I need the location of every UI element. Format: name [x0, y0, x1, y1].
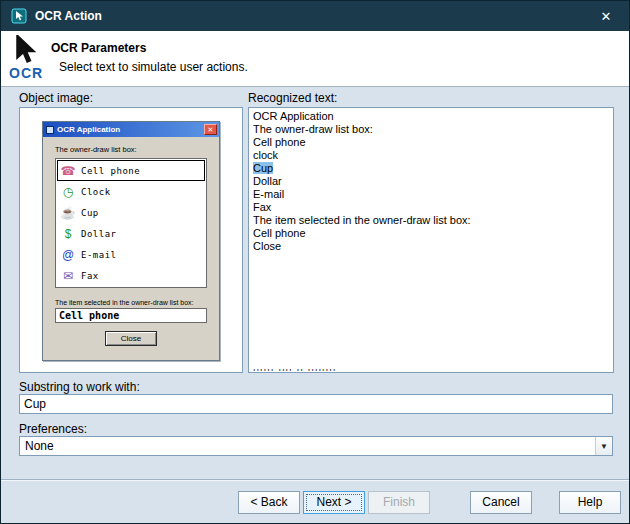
preview-list-label: The owner-draw list box:: [55, 145, 207, 154]
preview-item-label: E-mail: [81, 250, 117, 260]
chevron-down-icon[interactable]: ▼: [595, 437, 612, 455]
email-icon: @: [60, 249, 76, 261]
recognized-text-item[interactable]: Cell phone: [249, 136, 613, 149]
recognized-text-item[interactable]: Cup: [249, 162, 613, 175]
help-button[interactable]: Help: [559, 491, 621, 514]
titlebar: OCR Action ✕: [1, 1, 630, 31]
preview-list-item: $Dollar: [57, 223, 205, 244]
close-icon[interactable]: ✕: [591, 1, 621, 31]
preview-listbox: ☎Cell phone◷Clock☕Cup$Dollar@E-mail✉Fax: [55, 158, 207, 288]
finish-button: Finish: [368, 491, 430, 514]
recognized-text-label: Recognized text:: [248, 91, 337, 105]
preview-body: The owner-draw list box: ☎Cell phone◷Clo…: [43, 137, 219, 360]
preview-close-button: Close: [105, 331, 157, 346]
wizard-body: Object image: Recognized text: OCR Appli…: [1, 87, 630, 479]
fax-icon: ✉: [60, 270, 76, 282]
recognized-text-item[interactable]: The item selected in the owner-draw list…: [249, 214, 613, 227]
substring-label: Substring to work with:: [19, 380, 140, 394]
window-title: OCR Action: [35, 9, 591, 23]
recognized-text-item[interactable]: Cell phone: [249, 227, 613, 240]
ocr-action-dialog: OCR Action ✕ OCR OCR Parameters Select t…: [0, 0, 630, 524]
substring-input[interactable]: [19, 394, 613, 414]
preview-list-item: ✉Fax: [57, 265, 205, 286]
page-subtitle: Select text to simulate user actions.: [59, 60, 248, 74]
back-button[interactable]: < Back: [238, 491, 300, 514]
ocr-logo: OCR: [9, 35, 51, 83]
object-image-label: Object image:: [19, 91, 93, 105]
wizard-footer: < Back Next > Finish Cancel Help: [1, 479, 630, 524]
next-button[interactable]: Next >: [303, 491, 365, 514]
preferences-select[interactable]: None ▼: [19, 436, 613, 456]
preview-item-label: Fax: [81, 271, 99, 281]
recognized-text-item[interactable]: The owner-draw list box:: [249, 123, 613, 136]
recognized-text-item[interactable]: Fax: [249, 201, 613, 214]
preview-list-item: ☕Cup: [57, 202, 205, 223]
wizard-header: OCR OCR Parameters Select text to simula…: [1, 31, 630, 87]
cancel-button[interactable]: Cancel: [470, 491, 532, 514]
preview-app-window: OCR Application ✕ The owner-draw list bo…: [42, 121, 220, 361]
preview-list-item: ☎Cell phone: [57, 160, 205, 181]
preview-item-label: Dollar: [81, 229, 117, 239]
recognized-text-item[interactable]: Dollar: [249, 175, 613, 188]
preview-window-title: OCR Application: [57, 125, 204, 134]
preview-selected-label: The item selected in the owner-draw list…: [55, 299, 207, 306]
recognized-text-item[interactable]: OCR Application: [249, 110, 613, 123]
preferences-selected-value: None: [20, 439, 595, 453]
cup-icon: ☕: [60, 207, 76, 219]
clock-icon: ◷: [60, 186, 76, 198]
recognized-text-item[interactable]: E-mail: [249, 188, 613, 201]
cursor-arrow-icon: [15, 35, 37, 65]
cell-phone-icon: ☎: [60, 165, 76, 177]
preview-item-label: Cell phone: [81, 166, 140, 176]
preview-item-label: Clock: [81, 187, 111, 197]
preview-list-item: ◷Clock: [57, 181, 205, 202]
dollar-icon: $: [60, 228, 76, 240]
preferences-label: Preferences:: [19, 422, 87, 436]
recognized-partial-line: uuu uu u uuuu: [253, 365, 336, 371]
preview-item-label: Cup: [81, 208, 99, 218]
recognized-text-item[interactable]: Close: [249, 240, 613, 253]
preview-close-icon: ✕: [204, 124, 217, 135]
page-title: OCR Parameters: [51, 41, 146, 55]
preview-selected-value: Cell phone: [55, 308, 207, 323]
preview-app-icon: [46, 126, 54, 134]
ocr-action-icon: [11, 8, 27, 24]
recognized-text-list: OCR ApplicationThe owner-draw list box:C…: [248, 107, 614, 373]
object-image-panel: OCR Application ✕ The owner-draw list bo…: [19, 107, 243, 373]
preview-titlebar: OCR Application ✕: [43, 122, 219, 137]
ocr-logo-text: OCR: [9, 65, 43, 81]
preview-list-item: @E-mail: [57, 244, 205, 265]
recognized-text-item[interactable]: clock: [249, 149, 613, 162]
